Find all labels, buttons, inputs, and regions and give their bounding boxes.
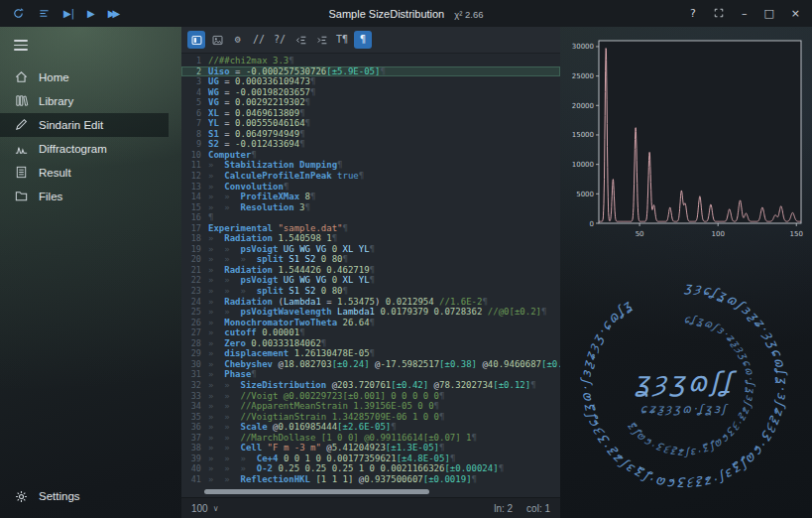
diffractogram-preview[interactable]: 05000100001500020000250003000050100150 [565,33,807,255]
code-line[interactable]: 18» Radiation 1.540598 1¶ [181,233,560,244]
code-line[interactable]: 9S2 = -0.012433694¶ [181,139,560,150]
code-line[interactable]: 7YL = 0.00555046164¶ [181,118,560,129]
minimize-button[interactable]: – [742,8,748,19]
code-line[interactable]: 25» » psVoigtWavelength Lambda1 0.017937… [181,307,560,318]
code-line[interactable]: 12» CalculeProfileInPeak true¶ [181,171,560,182]
line-number: 21 [181,265,208,276]
code-line[interactable]: 17Experimental "sample.dat"¶ [181,223,560,234]
code-line[interactable]: 6XL = 0.0469613809¶ [181,108,560,119]
code-line[interactable]: 40» » » O-2 0.25 0.25 0.25 1 0 0.0021166… [181,463,560,474]
window-title: Sample SizeDistribution [328,8,444,20]
code-text: » » Scale @0.016985444[±2.6E-05]¶ [208,422,397,432]
line-number: 13 [181,182,208,193]
code-line[interactable]: 34» » //ApparentMeanStrain 1.39156E-05 0… [181,401,560,412]
y-axis-tick-label: 0 [590,220,594,228]
script-list-icon[interactable] [38,7,51,20]
code-text: VG = 0.00292219302¶ [208,97,310,107]
help-icon[interactable]: ? [690,8,696,19]
line-number: 34 [181,401,208,412]
sidebar-item-home[interactable]: Home [0,65,169,89]
scrollbar-thumb[interactable] [204,489,429,494]
code-text: » Zero 0.00333184062¶ [208,338,326,348]
code-line[interactable]: 35» » //VoigtianStrain 1.34285709E-06 1 … [181,412,560,423]
code-line[interactable]: 1//##chi2max 3.3¶ [181,56,560,66]
doc-comment-icon[interactable]: ?/ [271,31,289,49]
sidebar-item-label: Home [39,71,69,83]
code-line[interactable]: 28» Zero 0.00333184062¶ [181,338,560,349]
code-line[interactable]: 22» » psVoigt UG WG VG 0 XL YL¶ [181,275,560,286]
step-icon[interactable]: ▶| [63,9,74,19]
code-line[interactable]: 14» » ProfileXMax 8¶ [181,192,560,202]
close-button[interactable]: × [791,8,800,19]
view-toggle-icon[interactable] [187,31,205,49]
edit-icon [14,117,29,132]
sidebar-item-sindarin-edit[interactable]: Sindarin Edit [0,113,169,137]
indent-icon[interactable] [312,31,330,49]
y-axis-tick-label: 20000 [572,102,594,110]
code-line[interactable]: 23» » » split S1 S2 0 80¶ [181,286,560,297]
column-indicator: col: 1 [526,503,550,514]
sidebar-item-label: Result [39,167,71,179]
code-line[interactable]: 38» » Cell "F m -3 m" @5.41204923[±1.3E-… [181,443,560,453]
run-fast-icon[interactable]: ▶▶ [108,9,117,19]
line-number: 29 [181,348,208,359]
code-line[interactable]: 11» Stabilization Dumping¶ [181,160,560,171]
code-line[interactable]: 29» displacement 1.26130478E-05¶ [181,348,560,359]
code-line[interactable]: 37» » //MarchDollase [1 0 0] @0.99116614… [181,433,560,444]
code-text: » » » split S1 S2 0 80¶ [208,254,348,264]
code-text: » MonochromatorTwoTheta 26.64¶ [208,318,375,327]
code-line[interactable]: 27» cutoff 0.00001¶ [181,327,560,338]
code-line[interactable]: 2Uiso = -0.000257530726[±5.9E-05]¶ [181,66,560,77]
outdent-icon[interactable] [291,31,309,49]
sidebar-items: HomeLibrarySindarin EditDiffractogramRes… [0,65,169,208]
code-text: » » psVoigt UG WG VG 0 XL YL¶ [208,244,375,254]
sidebar-item-library[interactable]: Library [0,89,169,113]
code-line[interactable]: 24» Radiation (Lambda1 = 1.53475) 0.0212… [181,297,560,308]
code-line[interactable]: 10Computer¶ [181,150,560,161]
sidebar-item-diffractogram[interactable]: Diffractogram [0,137,169,161]
code-text: » Convolution¶ [208,182,289,192]
code-text: //##chi2max 3.3¶ [208,56,294,65]
code-line[interactable]: 20» » » split S1 S2 0 80¶ [181,254,560,265]
code-line[interactable]: 26» MonochromatorTwoTheta 26.64¶ [181,318,560,328]
code-line[interactable]: 15» » Resolution 3¶ [181,202,560,213]
line-number: 9 [181,139,208,150]
expand-icon[interactable] [713,7,725,21]
run-icon[interactable]: ▶ [87,9,95,19]
sidebar-item-settings[interactable]: Settings [0,484,169,508]
line-number: 38 [181,443,208,453]
line-number: 19 [181,244,208,255]
menu-icon[interactable] [0,27,29,65]
code-line[interactable]: 33» » //Voigt @0.00229723[±0.001] 0 0 0 … [181,391,560,402]
y-axis-tick-label: 15000 [572,131,594,139]
code-line[interactable]: 31» Phase¶ [181,369,560,380]
code-lines[interactable]: 1//##chi2max 3.3¶2Uiso = -0.000257530726… [181,54,560,486]
code-line[interactable]: 8S1 = 0.0649794949¶ [181,129,560,140]
format-marks-icon[interactable]: T¶ [333,31,351,49]
code-line[interactable]: 30» Chebyshev @18.082703[±0.24] @-17.598… [181,359,560,370]
maximize-button[interactable]: □ [763,8,773,19]
code-line[interactable]: 4WG = -0.00198203657¶ [181,87,560,98]
code-line[interactable]: 39» » » Ce+4 0 0 1 0 0.00177359621[±4.8E… [181,453,560,464]
zoom-control[interactable]: 100 ∨ [191,503,219,514]
code-line[interactable]: 5VG = 0.00292219302¶ [181,97,560,108]
sidebar-item-files[interactable]: Files [0,185,169,208]
pilcrow-toggle-icon[interactable]: ¶ [354,31,372,49]
sidebar-item-result[interactable]: Result [0,161,169,185]
horizontal-scrollbar[interactable] [189,488,552,495]
line-number: 10 [181,150,208,161]
code-line[interactable]: 41» » ReflectionHKL [1 1 1] @0.937500607… [181,474,560,485]
code-line[interactable]: 21» Radiation 1.544426 0.462719¶ [181,265,560,276]
settings-icon[interactable]: ⚙ [229,31,247,49]
refresh-icon[interactable] [12,7,25,20]
code-line[interactable]: 36» » Scale @0.016985444[±2.6E-05]¶ [181,422,560,433]
code-line[interactable]: 19» » psVoigt UG WG VG 0 XL YL¶ [181,244,560,255]
code-line[interactable]: 16¶ [181,212,560,223]
image-icon[interactable] [208,31,226,49]
line-number: 35 [181,412,208,423]
code-line[interactable]: 13» Convolution¶ [181,182,560,193]
code-line[interactable]: 3UG = 0.000336109473¶ [181,76,560,87]
code-text: » Stabilization Dumping¶ [208,160,342,170]
line-comment-icon[interactable]: // [250,31,268,49]
code-line[interactable]: 32» » SizeDistribution @203.720761[±0.42… [181,380,560,391]
